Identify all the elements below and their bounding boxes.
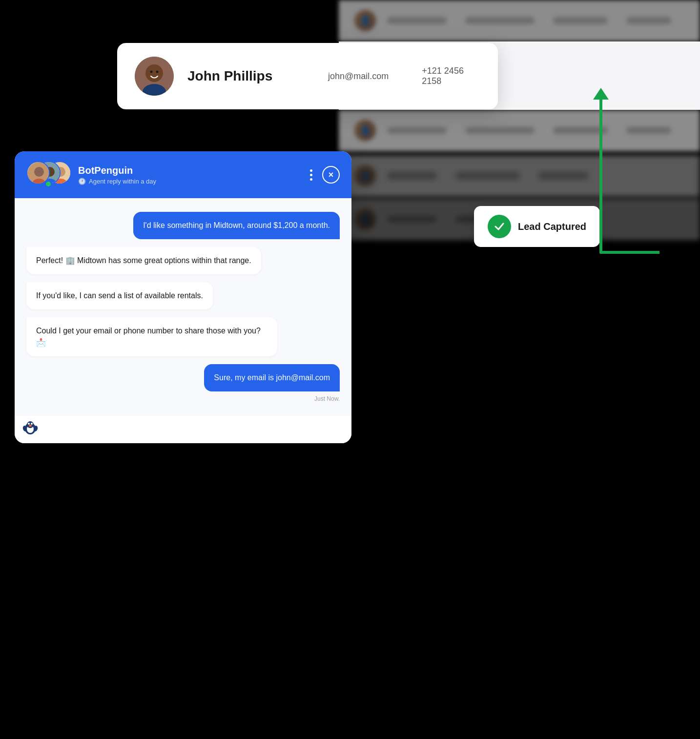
agent-avatars: [26, 161, 70, 188]
more-options-button[interactable]: [308, 167, 314, 183]
bot-name: BotPenguin: [78, 165, 300, 176]
svg-point-1: [145, 64, 163, 82]
dot: [310, 169, 312, 172]
name-text: [388, 17, 446, 24]
table-row: 👤: [339, 110, 700, 151]
email-text: [466, 127, 534, 134]
phone-text: [554, 17, 607, 24]
arrow-lead-section: Lead Captured: [599, 98, 602, 254]
contact-card: John Phillips john@mail.com +121 2456 21…: [117, 43, 498, 109]
chat-header: BotPenguin 🕐 Agent reply within a day ×: [15, 151, 351, 198]
svg-point-18: [31, 423, 33, 425]
bot-info: BotPenguin 🕐 Agent reply within a day: [78, 165, 300, 185]
contact-name: John Phillips: [187, 68, 295, 84]
extra-text: [627, 127, 671, 134]
table-row: 👤: [339, 155, 700, 197]
svg-point-6: [34, 167, 44, 177]
arrow-head-icon: [593, 88, 609, 100]
lead-captured-label: Lead Captured: [518, 221, 586, 232]
botpenguin-logo-icon: [22, 420, 38, 435]
bot-message-3: Could I get your email or phone number t…: [26, 317, 277, 356]
clock-icon: 🕐: [78, 178, 86, 185]
chat-widget: BotPenguin 🕐 Agent reply within a day × …: [15, 151, 351, 443]
svg-point-17: [28, 423, 30, 425]
dot: [310, 174, 312, 176]
svg-point-3: [150, 71, 153, 73]
name-text: [388, 127, 446, 134]
checkmark-icon: [493, 220, 506, 233]
header-actions: ×: [308, 166, 340, 184]
close-button[interactable]: ×: [322, 166, 340, 184]
lead-captured-card: Lead Captured: [474, 206, 600, 247]
contact-email: john@mail.com: [328, 71, 389, 82]
arrow-corner-vertical: [599, 166, 602, 254]
svg-point-4: [156, 71, 159, 73]
name-text: [388, 172, 436, 179]
contact-phone: +121 2456 2158: [422, 66, 480, 86]
avatar: 👤: [354, 208, 376, 230]
user-message-1: I'd like something in Midtown, around $1…: [133, 212, 340, 239]
name-text: [388, 216, 436, 223]
message-timestamp: Just Now.: [314, 395, 340, 402]
bot-message-1: Perfect! 🏢 Midtown has some great option…: [26, 247, 261, 274]
bot-message-2: If you'd like, I can send a list of avai…: [26, 282, 213, 309]
email-text: [456, 172, 519, 179]
svg-point-19: [29, 425, 32, 427]
avatar: [135, 57, 174, 96]
avatar: 👤: [354, 10, 376, 31]
email-text: [466, 17, 534, 24]
check-circle-icon: [488, 215, 511, 238]
chat-footer: [15, 416, 351, 443]
table-row: 👤: [339, 0, 700, 41]
extra-text: [627, 17, 671, 24]
avatar: 👤: [354, 120, 376, 141]
chat-messages: I'd like something in Midtown, around $1…: [15, 198, 351, 416]
dot: [310, 178, 312, 181]
user-message-2: Sure, my email is john@mail.com: [204, 364, 340, 391]
phone-text: [539, 172, 588, 179]
table-panel: 👤 👤 👤 👤: [339, 0, 700, 240]
online-indicator: [45, 181, 52, 187]
bot-subtitle: 🕐 Agent reply within a day: [78, 178, 300, 185]
avatar: 👤: [354, 165, 376, 186]
arrow-corner-horizontal: [601, 251, 659, 254]
